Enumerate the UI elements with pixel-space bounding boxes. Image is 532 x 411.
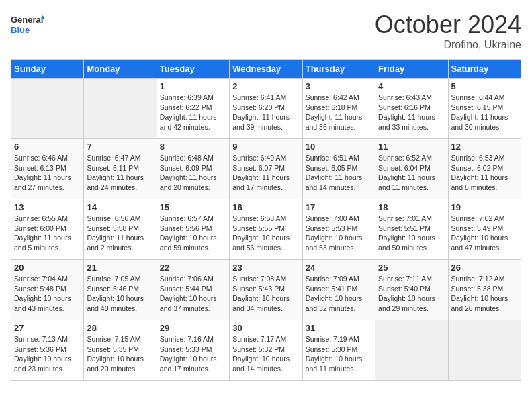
calendar-cell: 17Sunrise: 7:00 AMSunset: 5:53 PMDayligh… [302,199,375,260]
calendar-cell: 28Sunrise: 7:15 AMSunset: 5:35 PMDayligh… [84,320,157,381]
calendar-cell: 30Sunrise: 7:17 AMSunset: 5:32 PMDayligh… [230,320,302,381]
day-info: Sunrise: 7:11 AMSunset: 5:40 PMDaylight:… [378,274,445,314]
day-info: Sunrise: 7:15 AMSunset: 5:35 PMDaylight:… [87,334,153,374]
day-info: Sunrise: 6:53 AMSunset: 6:02 PMDaylight:… [451,153,518,193]
day-number: 21 [87,263,153,273]
calendar-cell: 9Sunrise: 6:49 AMSunset: 6:07 PMDaylight… [230,139,302,199]
day-number: 19 [451,202,518,212]
day-info: Sunrise: 6:52 AMSunset: 6:04 PMDaylight:… [378,153,445,193]
calendar-cell: 26Sunrise: 7:12 AMSunset: 5:38 PMDayligh… [448,260,521,320]
day-number: 7 [87,142,153,152]
calendar-cell: 18Sunrise: 7:01 AMSunset: 5:51 PMDayligh… [375,199,448,260]
weekday-header: Friday [375,60,448,79]
day-info: Sunrise: 7:12 AMSunset: 5:38 PMDaylight:… [451,274,518,314]
day-info: Sunrise: 6:55 AMSunset: 6:00 PMDaylight:… [14,214,81,253]
day-number: 16 [232,202,299,212]
calendar-week-row: 20Sunrise: 7:04 AMSunset: 5:48 PMDayligh… [11,260,521,320]
calendar-cell: 20Sunrise: 7:04 AMSunset: 5:48 PMDayligh… [11,260,84,320]
day-number: 1 [160,81,226,91]
day-info: Sunrise: 6:51 AMSunset: 6:05 PMDaylight:… [306,153,372,193]
day-info: Sunrise: 7:04 AMSunset: 5:48 PMDaylight:… [14,274,81,314]
calendar-cell: 2Sunrise: 6:41 AMSunset: 6:20 PMDaylight… [230,79,302,139]
day-info: Sunrise: 7:16 AMSunset: 5:33 PMDaylight:… [160,334,226,374]
day-info: Sunrise: 7:19 AMSunset: 5:30 PMDaylight:… [306,334,372,374]
day-info: Sunrise: 6:43 AMSunset: 6:16 PMDaylight:… [378,93,445,132]
weekday-header: Tuesday [157,60,229,79]
day-info: Sunrise: 7:17 AMSunset: 5:32 PMDaylight:… [232,334,299,374]
title-block: October 2024 Drofino, Ukraine [375,11,521,51]
svg-text:Blue: Blue [11,25,30,35]
calendar-week-row: 27Sunrise: 7:13 AMSunset: 5:36 PMDayligh… [11,320,521,381]
weekday-header: Thursday [302,60,375,79]
weekday-header: Saturday [448,60,521,79]
calendar-cell: 5Sunrise: 6:44 AMSunset: 6:15 PMDaylight… [448,79,521,139]
calendar-cell: 31Sunrise: 7:19 AMSunset: 5:30 PMDayligh… [302,320,375,381]
day-number: 13 [14,202,81,212]
day-info: Sunrise: 6:42 AMSunset: 6:18 PMDaylight:… [306,93,372,132]
calendar-week-row: 1Sunrise: 6:39 AMSunset: 6:22 PMDaylight… [11,79,521,139]
calendar-cell: 4Sunrise: 6:43 AMSunset: 6:16 PMDaylight… [375,79,448,139]
calendar-cell: 24Sunrise: 7:09 AMSunset: 5:41 PMDayligh… [302,260,375,320]
day-info: Sunrise: 6:58 AMSunset: 5:55 PMDaylight:… [232,214,299,253]
day-info: Sunrise: 6:46 AMSunset: 6:13 PMDaylight:… [14,153,81,193]
day-number: 2 [232,81,299,91]
weekday-header: Sunday [11,60,84,79]
day-number: 26 [451,263,518,273]
day-number: 14 [87,202,153,212]
calendar-cell: 1Sunrise: 6:39 AMSunset: 6:22 PMDaylight… [157,79,229,139]
calendar-table: SundayMondayTuesdayWednesdayThursdayFrid… [11,59,521,381]
day-info: Sunrise: 7:08 AMSunset: 5:43 PMDaylight:… [232,274,299,314]
calendar-cell: 8Sunrise: 6:48 AMSunset: 6:09 PMDaylight… [157,139,229,199]
calendar-cell: 15Sunrise: 6:57 AMSunset: 5:56 PMDayligh… [157,199,229,260]
day-info: Sunrise: 7:06 AMSunset: 5:44 PMDaylight:… [160,274,226,314]
day-info: Sunrise: 7:05 AMSunset: 5:46 PMDaylight:… [87,274,153,314]
day-number: 20 [14,263,81,273]
day-number: 15 [160,202,226,212]
day-info: Sunrise: 7:13 AMSunset: 5:36 PMDaylight:… [14,334,81,374]
day-number: 27 [14,323,81,333]
svg-text:General: General [11,15,43,25]
day-number: 9 [232,142,299,152]
day-info: Sunrise: 6:39 AMSunset: 6:22 PMDaylight:… [160,93,226,132]
day-number: 18 [378,202,445,212]
day-number: 5 [451,81,518,91]
calendar-cell [84,79,157,139]
day-number: 12 [451,142,518,152]
calendar-cell: 22Sunrise: 7:06 AMSunset: 5:44 PMDayligh… [157,260,229,320]
calendar-cell: 27Sunrise: 7:13 AMSunset: 5:36 PMDayligh… [11,320,84,381]
calendar-cell: 23Sunrise: 7:08 AMSunset: 5:43 PMDayligh… [230,260,302,320]
day-number: 3 [306,81,372,91]
location: Drofino, Ukraine [375,39,521,51]
calendar-cell: 21Sunrise: 7:05 AMSunset: 5:46 PMDayligh… [84,260,157,320]
calendar-cell: 16Sunrise: 6:58 AMSunset: 5:55 PMDayligh… [230,199,302,260]
calendar-cell: 14Sunrise: 6:56 AMSunset: 5:58 PMDayligh… [84,199,157,260]
day-info: Sunrise: 6:56 AMSunset: 5:58 PMDaylight:… [87,214,153,253]
header-row: SundayMondayTuesdayWednesdayThursdayFrid… [11,60,521,79]
calendar-cell: 13Sunrise: 6:55 AMSunset: 6:00 PMDayligh… [11,199,84,260]
day-info: Sunrise: 6:57 AMSunset: 5:56 PMDaylight:… [160,214,226,253]
day-number: 11 [378,142,445,152]
calendar-cell: 10Sunrise: 6:51 AMSunset: 6:05 PMDayligh… [302,139,375,199]
logo-icon: General Blue [11,11,44,40]
day-number: 17 [306,202,372,212]
day-number: 28 [87,323,153,333]
day-number: 6 [14,142,81,152]
day-number: 25 [378,263,445,273]
day-info: Sunrise: 6:44 AMSunset: 6:15 PMDaylight:… [451,93,518,132]
calendar-cell [448,320,521,381]
page-header: General Blue October 2024 Drofino, Ukrai… [11,11,521,51]
calendar-cell: 12Sunrise: 6:53 AMSunset: 6:02 PMDayligh… [448,139,521,199]
calendar-week-row: 13Sunrise: 6:55 AMSunset: 6:00 PMDayligh… [11,199,521,260]
day-info: Sunrise: 6:48 AMSunset: 6:09 PMDaylight:… [160,153,226,193]
calendar-cell: 3Sunrise: 6:42 AMSunset: 6:18 PMDaylight… [302,79,375,139]
day-number: 30 [232,323,299,333]
day-number: 31 [306,323,372,333]
month-title: October 2024 [375,11,521,39]
day-number: 8 [160,142,226,152]
day-info: Sunrise: 7:09 AMSunset: 5:41 PMDaylight:… [306,274,372,314]
calendar-cell: 25Sunrise: 7:11 AMSunset: 5:40 PMDayligh… [375,260,448,320]
calendar-cell: 29Sunrise: 7:16 AMSunset: 5:33 PMDayligh… [157,320,229,381]
calendar-cell [375,320,448,381]
day-info: Sunrise: 6:49 AMSunset: 6:07 PMDaylight:… [232,153,299,193]
weekday-header: Monday [84,60,157,79]
